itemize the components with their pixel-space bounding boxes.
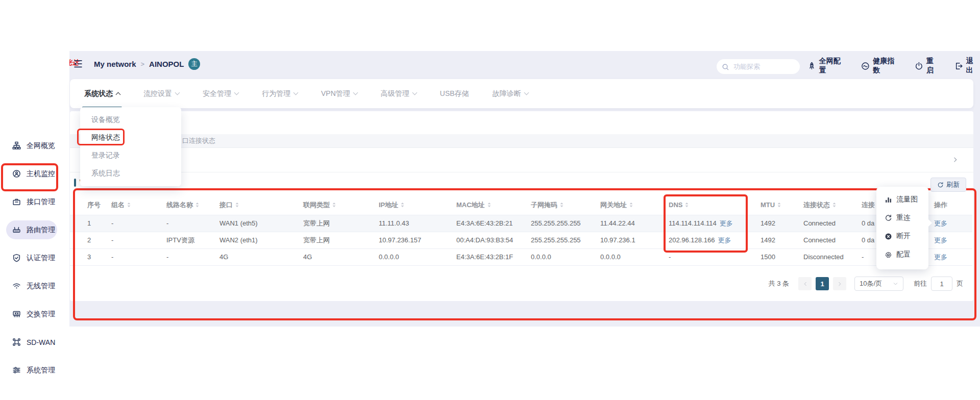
row-more-link[interactable]: 更多 <box>934 236 947 244</box>
cell-value: 11.11.0.43 <box>379 219 409 227</box>
cell-iface: WAN1 (eth5) <box>219 215 303 232</box>
dns-more-link[interactable]: 更多 <box>720 219 733 227</box>
column-label: 组名 <box>111 201 125 209</box>
sort-icon[interactable] <box>777 202 781 208</box>
page-size-select[interactable]: 10条/页 <box>854 277 903 291</box>
cell-value: - <box>166 219 168 227</box>
sort-icon[interactable] <box>559 202 564 208</box>
sort-icon[interactable] <box>195 202 200 208</box>
cell-value: 3 <box>87 253 91 261</box>
col-net_type[interactable]: 联网类型 <box>303 195 378 215</box>
menu-item-system-logs[interactable]: 系统日志 <box>80 164 181 182</box>
sort-icon[interactable] <box>332 202 336 208</box>
breadcrumb-device[interactable]: AINOPOL <box>149 60 184 68</box>
chart-icon <box>885 196 892 204</box>
sidebar-items: 全网概览主机监控接口管理路由管理认证管理无线管理交换管理SD-WAN系统管理 <box>0 132 69 384</box>
menu-item-device-overview[interactable]: 设备概览 <box>80 111 181 129</box>
breadcrumb-network[interactable]: My network <box>94 60 136 68</box>
chevron-right-icon[interactable] <box>952 156 959 163</box>
tab-diagnosis[interactable]: 故障诊断 <box>493 79 528 108</box>
sidebar-item-system[interactable]: 系统管理 <box>0 356 69 384</box>
cell-value: 10.97.236.157 <box>379 236 421 244</box>
pagination: 共 3 条 1 10条/页 前往 页 <box>70 274 973 293</box>
col-mac[interactable]: MAC地址 <box>456 195 530 215</box>
search-box[interactable] <box>717 59 800 74</box>
goto-page-input[interactable] <box>931 277 952 291</box>
sort-icon[interactable] <box>629 202 633 208</box>
col-ip[interactable]: IP地址 <box>378 195 456 215</box>
collapsible-panel-row[interactable] <box>70 148 973 172</box>
context-menu-item-disconnect[interactable]: 断开 <box>876 227 928 245</box>
sidebar-item-switch[interactable]: 交换管理 <box>0 300 69 328</box>
sort-icon[interactable] <box>235 202 239 208</box>
context-menu-item-traffic-chart[interactable]: 流量图 <box>876 190 928 209</box>
sidebar-item-sdwan[interactable]: SD-WAN <box>0 328 69 356</box>
current-page-button[interactable]: 1 <box>816 277 829 290</box>
row-more-link[interactable]: 更多 <box>934 219 947 227</box>
cell-group: - <box>111 248 166 265</box>
header-action-reboot[interactable]: 重启 <box>915 57 940 75</box>
sort-icon[interactable] <box>487 202 492 208</box>
cell-index: 1 <box>70 215 111 232</box>
col-status[interactable]: 连接状态 <box>803 195 861 215</box>
search-input[interactable] <box>732 62 789 71</box>
col-dns[interactable]: DNS <box>668 195 760 215</box>
sort-icon[interactable] <box>127 202 131 208</box>
sidebar-item-overview[interactable]: 全网概览 <box>0 132 69 160</box>
tab-system-status[interactable]: 系统状态 <box>84 79 120 108</box>
row-more-link[interactable]: 更多 <box>934 253 947 261</box>
col-mask[interactable]: 子网掩码 <box>530 195 600 215</box>
search-icon <box>722 63 729 70</box>
cell-gateway: 11.44.22.44 <box>600 215 668 232</box>
menu-item-network-status[interactable]: 网络状态 <box>80 129 181 146</box>
tab-security[interactable]: 安全管理 <box>203 79 238 108</box>
col-iface[interactable]: 接口 <box>219 195 303 215</box>
menu-item-login-records[interactable]: 登录记录 <box>80 146 181 164</box>
refresh-button[interactable]: 刷新 <box>930 178 966 192</box>
table-header-row: 序号组名线路名称接口联网类型IP地址MAC地址子网掩码网关地址DNSMTU连接状… <box>70 195 972 215</box>
sidebar-item-host-monitor[interactable]: 主机监控 <box>0 160 69 188</box>
tab-label: VPN管理 <box>321 89 350 98</box>
sort-icon[interactable] <box>832 202 837 208</box>
cell-line_name: - <box>166 215 219 232</box>
tab-flow-control[interactable]: 流控设置 <box>143 79 179 108</box>
sort-icon[interactable] <box>684 202 689 208</box>
context-menu-label: 流量图 <box>896 195 918 204</box>
tab-label: 高级管理 <box>381 89 409 98</box>
cell-value: 1500 <box>761 253 775 261</box>
sidebar-item-wireless[interactable]: 无线管理 <box>0 272 69 300</box>
tab-behavior[interactable]: 行为管理 <box>262 79 298 108</box>
context-menu-item-reconnect[interactable]: 重连 <box>876 209 928 227</box>
col-mtu[interactable]: MTU <box>760 195 803 215</box>
column-label: 子网掩码 <box>531 201 557 209</box>
prev-page-button[interactable] <box>798 277 812 290</box>
sidebar-item-label: 路由管理 <box>27 226 55 235</box>
tab-advanced[interactable]: 高级管理 <box>381 79 416 108</box>
col-line_name[interactable]: 线路名称 <box>166 195 219 215</box>
column-label: 序号 <box>87 201 101 209</box>
sort-icon[interactable] <box>400 202 405 208</box>
title-accent-bar <box>74 179 76 187</box>
header-action-health-index[interactable]: 健康指数 <box>861 57 901 75</box>
tab-label: 故障诊断 <box>493 89 521 98</box>
cell-value: Disconnected <box>803 253 844 261</box>
sidebar-item-auth[interactable]: 认证管理 <box>0 244 69 272</box>
tab-vpn[interactable]: VPN管理 <box>321 79 357 108</box>
col-group[interactable]: 组名 <box>111 195 166 215</box>
context-menu-item-configure[interactable]: 配置 <box>876 245 928 264</box>
sidebar-item-interface[interactable]: 接口管理 <box>0 188 69 216</box>
dns-more-link[interactable]: 更多 <box>718 236 731 244</box>
collapse-menu-icon[interactable] <box>72 59 84 69</box>
tab-usb-storage[interactable]: USB存储 <box>440 79 469 108</box>
column-label: MTU <box>761 201 775 209</box>
cell-value: 1492 <box>761 236 775 244</box>
header-action-logout[interactable]: 退出 <box>954 57 980 75</box>
header-action-global-config[interactable]: 全网配置 <box>807 57 847 75</box>
sidebar-item-router[interactable]: 路由管理 <box>0 216 69 244</box>
col-gateway[interactable]: 网关地址 <box>600 195 668 215</box>
cell-status: Connected <box>803 232 861 248</box>
header-action-label: 重启 <box>926 57 941 75</box>
next-page-button[interactable] <box>833 277 846 290</box>
main-device-badge: 主 <box>188 58 200 70</box>
chevron-down-icon <box>412 90 417 95</box>
